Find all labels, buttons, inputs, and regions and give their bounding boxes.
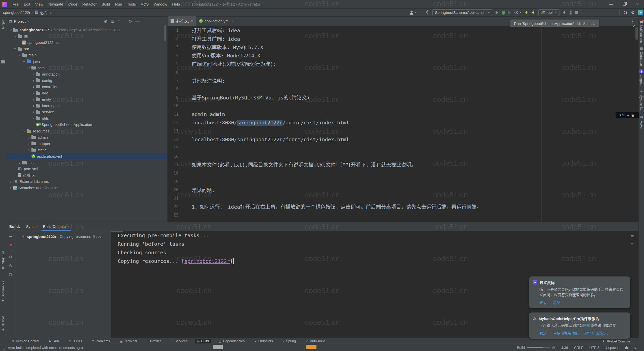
tree-chevron-icon[interactable]: › — [13, 34, 18, 39]
soft-wrap-icon[interactable]: ≣ — [631, 234, 634, 238]
editor-line[interactable]: 11admin admin — [168, 110, 638, 118]
project-panel-title[interactable]: Project — [14, 19, 26, 23]
notification-action[interactable]: 只使用免费功能，不再显示此提示 — [553, 330, 608, 336]
settings-gear-icon[interactable]: ⚙ — [631, 10, 635, 15]
tree-item-pom-xml[interactable]: pom.xml — [6, 166, 168, 172]
menu-view[interactable]: View — [33, 0, 46, 8]
console-link[interactable]: springboot2122r — [184, 258, 230, 264]
project-scrollbar[interactable] — [164, 25, 166, 41]
editor-line[interactable]: 21 — [168, 194, 638, 202]
toolwindow-services[interactable]: ◇Services — [169, 339, 190, 343]
stripe-item-lingma[interactable]: Lingma — [639, 69, 643, 86]
tree-chevron-icon[interactable]: › — [22, 128, 27, 133]
editor-scrollbar[interactable] — [635, 27, 638, 40]
tree-item-external-libraries[interactable]: ›External Libraries — [6, 178, 168, 185]
user-icon[interactable] — [410, 11, 414, 15]
locate-file-icon[interactable]: ⊕ — [104, 19, 107, 24]
hide-panel-icon[interactable]: — — [136, 19, 140, 23]
close-button[interactable]: × — [631, 0, 644, 8]
toolwindow-profiler[interactable]: ◔Profiler — [145, 339, 163, 343]
build-tab-build-output[interactable]: Build Output× — [41, 222, 72, 231]
restore-button[interactable] — [618, 0, 631, 8]
stripe-item-mybatis-sql[interactable]: ◆Mybatis Sql — [639, 89, 643, 111]
editor-line[interactable]: 2打开工具前端: idea — [168, 34, 638, 43]
editor-line[interactable]: 14localhost:8080/springboot2122r/front/d… — [168, 135, 638, 144]
tree-item-annotation[interactable]: ›annotation — [6, 71, 168, 77]
menu-edit[interactable]: Edit — [21, 0, 33, 8]
tree-item-mapper[interactable]: ›mapper — [6, 141, 168, 147]
editor-tab-application-yml[interactable]: application.yml× — [196, 16, 237, 26]
editor-line[interactable]: 5前端访问地址(以前段实际运行为准): — [168, 60, 638, 68]
breadcrumb-project[interactable]: springboot2122r — [3, 10, 30, 15]
settings-icon[interactable]: ⚙ — [9, 255, 12, 259]
stop-icon[interactable]: ■ — [10, 243, 12, 247]
editor-line[interactable]: 221、如何运行： idea打开后在右上角，有播放键的一个绿色按钮，点击即可。前… — [168, 202, 638, 211]
tree-item-springboot2122r-sql[interactable]: springboot2122r.sql — [6, 39, 168, 46]
jrebel-debug-icon[interactable] — [532, 10, 535, 15]
readonly-lock-icon[interactable] — [625, 347, 628, 349]
tree-item-resources[interactable]: ›resources — [6, 128, 168, 134]
tree-item-scratches-and-consoles[interactable]: ›Scratches and Consoles — [6, 185, 168, 191]
stop-button[interactable] — [575, 11, 578, 14]
toolwindow-todo[interactable]: ≡TODO — [66, 339, 84, 343]
notification-action[interactable]: 激活 — [539, 330, 547, 336]
tree-item-src[interactable]: ›src — [6, 46, 168, 52]
tree-chevron-icon[interactable]: › — [27, 65, 31, 70]
menu-navigate[interactable]: Navigate — [46, 0, 66, 8]
tree-item-txt[interactable]: 必看.txt — [6, 172, 168, 178]
stripe-item-notifications[interactable]: Notifications — [639, 21, 643, 43]
status-message[interactable]: ▢ Auto build completed with errors (mome… — [3, 344, 83, 351]
toolwindow-spring[interactable]: ◕Spring — [280, 339, 298, 343]
tree-chevron-icon[interactable]: › — [31, 103, 36, 108]
coverage-run-icon[interactable] — [508, 11, 511, 14]
toolwindow-auto-build[interactable]: ⚠Auto-build — [303, 339, 328, 343]
editor-line[interactable]: 9基于SpringBoot+MySQL+SSM+Vue.js的(附论文) — [168, 93, 638, 101]
tree-item-utils[interactable]: ›utils — [6, 115, 168, 121]
tree-item-service[interactable]: ›service — [6, 109, 168, 115]
tree-chevron-icon[interactable]: › — [17, 160, 22, 165]
tree-item-interceptor[interactable]: ›interceptor — [6, 102, 168, 109]
tree-chevron-icon[interactable]: › — [31, 116, 36, 120]
build-task-row[interactable]: ✻ springboot2122r: Copying resources 5 s… — [21, 234, 111, 239]
rerun-icon[interactable]: ↩ — [9, 234, 12, 239]
close-tab-icon[interactable]: × — [232, 19, 234, 23]
editor-tab-txt[interactable]: 必看.txt× — [168, 16, 196, 26]
tree-chevron-icon[interactable]: › — [31, 78, 36, 83]
cancel-progress-icon[interactable]: ⊗ — [552, 345, 555, 350]
editor-line[interactable]: 18 — [168, 169, 638, 177]
breadcrumb-file[interactable]: 必看.txt — [40, 10, 53, 15]
notification-action[interactable]: 忽略 — [553, 300, 560, 305]
tree-item-test[interactable]: ›test — [6, 159, 168, 166]
menu-file[interactable]: File — [10, 0, 21, 8]
build-tab-sync[interactable]: Sync× — [24, 222, 41, 231]
indent-style[interactable]: 4 spaces — [605, 346, 619, 350]
run-configuration-select[interactable]: SpringbootSchemaApplication — [432, 9, 492, 16]
editor-line[interactable]: 20常见问题: — [168, 186, 638, 194]
collapse-all-icon[interactable]: ≡ — [118, 19, 120, 23]
tree-chevron-icon[interactable]: › — [8, 186, 13, 190]
tree-chevron-icon[interactable]: › — [31, 110, 36, 114]
editor-line[interactable]: 4使用Vue版本: NodeJsV14.X — [168, 51, 638, 59]
toolwindow-run[interactable]: ▶Run — [47, 339, 61, 343]
tree-item-entity[interactable]: ›entity — [6, 96, 168, 102]
toolwindow-terminal[interactable]: ▣Terminal — [117, 339, 139, 343]
tree-chevron-icon[interactable]: › — [26, 135, 31, 139]
editor-line[interactable]: 17如果本文件(必看.txt),同级目录文件夹下有说明文档.txt文件，请打开看… — [168, 160, 638, 169]
build-hammer-icon[interactable] — [425, 10, 429, 15]
editor-line[interactable]: 19 — [168, 177, 638, 186]
search-everywhere-icon[interactable] — [623, 11, 627, 15]
menu-tools[interactable]: Tools — [125, 0, 138, 8]
stripe-item-jrebel[interactable]: JRebel — [0, 316, 6, 332]
tree-chevron-icon[interactable]: › — [22, 59, 27, 64]
expand-all-icon[interactable]: ≣ — [111, 19, 114, 24]
menu-window[interactable]: Window — [151, 0, 170, 8]
notification-card[interactable]: ⚠MybatisCodeHelperPro插件未激活可以输入激活码或者到网站网址… — [529, 312, 630, 339]
notification-card[interactable]: 通义灵码嗨，我是通义灵码，你的智能编码助手。快来登录通义灵码，深度感受智能编码的… — [529, 276, 630, 308]
tree-item-springbootschemaapplication[interactable]: SpringbootSchemaApplication — [6, 121, 168, 128]
tree-item-com[interactable]: ›com — [6, 65, 168, 71]
tree-chevron-icon[interactable]: › — [8, 179, 13, 184]
tree-item-application-yml[interactable]: application.yml — [6, 153, 168, 159]
notification-link[interactable]: 网址 — [583, 324, 590, 328]
tree-chevron-icon[interactable]: › — [31, 97, 36, 101]
run-button[interactable] — [496, 11, 498, 14]
